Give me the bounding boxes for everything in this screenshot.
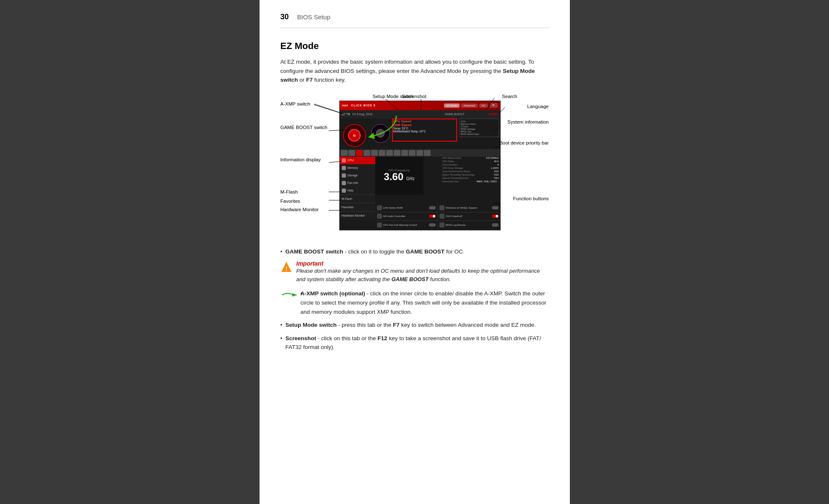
cpu-specs-table: CPU Base Clock: 100.00MHz CPU Ratio: 36.… xyxy=(442,157,499,184)
advanced-tab[interactable]: Advanced xyxy=(461,103,478,108)
axmp-bullet-container: A-XMP switch (optional) - click on the i… xyxy=(281,289,549,316)
svg-marker-16 xyxy=(292,293,297,297)
sidebar-fan-info[interactable]: Fan Info xyxy=(340,179,375,187)
gameboost-switch[interactable]: G xyxy=(343,124,366,147)
bios-log-btn[interactable]: BIOS Log Review xyxy=(438,221,500,229)
svg-text:!: ! xyxy=(285,265,287,272)
bios-topbar: msi CLICK BIOS 5 EZ Mode Advanced OC 🔍 xyxy=(340,101,500,110)
nav-icon-10 xyxy=(416,150,423,156)
cpu-speed-box: CPU Speed DDR Speed Temp: 51°C Motherboa… xyxy=(393,119,456,133)
language-label-ann: Language xyxy=(527,104,548,109)
boot-device-label-ann: Boot device priority bar xyxy=(499,140,549,145)
nav-icon-6 xyxy=(386,150,393,156)
important-box: ! Important Please don't make any change… xyxy=(281,260,549,283)
mflash-btn[interactable]: M-Flash xyxy=(340,194,375,203)
nav-icon-7 xyxy=(394,150,400,156)
func-row-1: LAN Option ROM Windows 10 WHQL Support xyxy=(375,204,500,212)
func-buttons-label-ann: Function buttons xyxy=(513,196,548,201)
page-header: 30 BIOS Setup xyxy=(281,8,549,28)
click-bios-label: CLICK BIOS 5 xyxy=(351,104,375,107)
bios-date: Fri 5 Aug, 2016 xyxy=(353,113,372,116)
bios-sidebar: CPU Memory Storage Fan Info xyxy=(340,157,375,194)
nav-icon-2 xyxy=(348,150,355,156)
screenshot-bold: Screenshot xyxy=(286,335,317,341)
page-container: 30 BIOS Setup EZ Mode At EZ mode, it pro… xyxy=(260,0,570,504)
important-text: Please don't make any changes in OC menu… xyxy=(296,267,549,283)
sidebar-help[interactable]: Help xyxy=(340,187,375,194)
func-row-2: HD Audio Controller XHCI Hand-off xyxy=(375,212,500,221)
cpu-frequency-display: CPU Frequency: 3.60 GHz xyxy=(375,157,424,194)
diagram-labels: msi CLICK BIOS 5 EZ Mode Advanced OC 🔍 2… xyxy=(281,92,549,235)
intro-paragraph: At EZ mode, it provides the basic system… xyxy=(281,57,549,85)
func-row-3: CPU Fan Fail Warning Control BIOS Log Re… xyxy=(375,221,500,229)
axmp-label: A-XMP xyxy=(489,113,498,116)
sidebar-memory[interactable]: Memory xyxy=(340,164,375,172)
msi-logo: msi xyxy=(342,103,348,107)
nav-icon-8 xyxy=(401,150,408,156)
hw-monitor-label-ann: Hardware Monitor xyxy=(281,207,319,212)
page-number: 30 xyxy=(281,13,289,21)
nav-icon-11 xyxy=(424,150,431,156)
axmp-switch[interactable]: A xyxy=(371,124,390,143)
favorites-btn[interactable]: Favorites xyxy=(340,203,375,211)
hardware-monitor-btn[interactable]: Hardware Monitor xyxy=(340,211,375,220)
win10-whql-btn[interactable]: Windows 10 WHQL Support xyxy=(438,204,500,212)
f7-key: F7 xyxy=(393,322,400,328)
nav-icon-9 xyxy=(409,150,416,156)
setup-mode-label-ann: Setup Mode switch xyxy=(373,94,413,99)
setup-mode-bold: Setup Mode switch xyxy=(286,322,337,328)
cpu-fan-btn[interactable]: CPU Fan Fail Warning Control xyxy=(375,221,438,229)
setup-mode-bullet: Setup Mode switch - press this tab or th… xyxy=(281,320,549,330)
game-boost-bold: GAME BOOST switch xyxy=(286,248,343,255)
nav-icon-4 xyxy=(371,150,378,156)
favorites-label-ann: Favorites xyxy=(281,199,300,204)
f12-key: F12 xyxy=(377,335,387,341)
nav-icon-active xyxy=(356,150,363,156)
bios-sidebar-extra: M-Flash Favorites Hardware Monitor xyxy=(340,194,375,220)
chapter-title: BIOS Setup xyxy=(297,13,330,21)
nav-icon-3 xyxy=(364,150,370,156)
search-icon-btn[interactable]: 🔍 xyxy=(490,103,498,108)
mflash-label-ann: M-Flash xyxy=(281,189,298,194)
important-content: Important Please don't make any changes … xyxy=(296,260,549,283)
gameboost-label-ann: GAME BOOST switch xyxy=(281,125,327,130)
nav-icon-5 xyxy=(379,150,385,156)
system-info-label-ann: System information xyxy=(507,119,548,124)
bios-screenshot: msi CLICK BIOS 5 EZ Mode Advanced OC 🔍 2… xyxy=(339,101,501,230)
bios-nav-bar xyxy=(340,149,500,157)
axmp-bold: A-XMP switch (optional) xyxy=(301,290,365,297)
hd-audio-btn[interactable]: HD Audio Controller xyxy=(375,212,438,220)
info-display-label-ann: Information display xyxy=(281,157,321,162)
oc-tab[interactable]: OC xyxy=(479,103,488,108)
sys-info-box: CPU Memory Size: VCore: DDR Voltage: BIO… xyxy=(459,119,499,137)
bullet-section: GAME BOOST switch - click on it to toggl… xyxy=(281,247,549,352)
ez-mode-tab[interactable]: EZ Mode xyxy=(444,103,459,108)
search-label-ann: Search xyxy=(502,94,517,99)
green-arrow-icon xyxy=(281,290,297,301)
nav-icon-1 xyxy=(341,150,348,156)
bios-topbar-buttons: EZ Mode Advanced OC 🔍 xyxy=(444,103,497,108)
game-boost-bold2: GAME BOOST xyxy=(406,248,444,255)
section-title: EZ Mode xyxy=(281,41,549,52)
bios-row2: 20:15 Fri 5 Aug, 2016 GAME BOOST A-XMP xyxy=(340,110,500,119)
axmp-label-ann: A-XMP switch xyxy=(281,101,310,106)
gameboost-label: GAME BOOST xyxy=(444,113,464,116)
sidebar-storage[interactable]: Storage xyxy=(340,172,375,179)
game-boost-bullet: GAME BOOST switch - click on it to toggl… xyxy=(281,247,549,256)
screenshot-bullet: Screenshot - click on this tab or the F1… xyxy=(281,334,549,352)
sidebar-cpu[interactable]: CPU xyxy=(340,157,375,164)
warning-icon: ! xyxy=(281,261,292,273)
axmp-bullet: A-XMP switch (optional) - click on the i… xyxy=(301,289,549,316)
xhci-btn[interactable]: XHCI Hand-off xyxy=(438,212,500,220)
bios-clock: 20:15 xyxy=(342,112,350,116)
lan-option-btn[interactable]: LAN Option ROM xyxy=(375,204,438,212)
diagram-wrapper: msi CLICK BIOS 5 EZ Mode Advanced OC 🔍 2… xyxy=(281,92,549,235)
function-buttons-area: LAN Option ROM Windows 10 WHQL Support xyxy=(375,204,500,230)
important-label: Important xyxy=(296,260,549,267)
